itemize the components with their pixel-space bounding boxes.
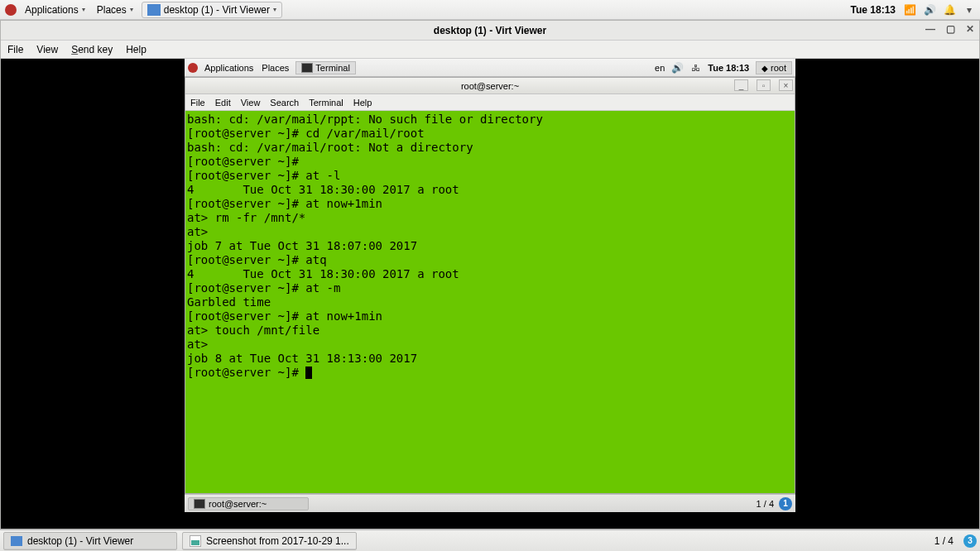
inner-top-panel: Applications Places Terminal en 🔊 🖧 Tue … xyxy=(185,59,795,77)
viewer-display-area[interactable]: Applications Places Terminal en 🔊 🖧 Tue … xyxy=(1,59,979,529)
places-menu[interactable]: Places ▾ xyxy=(94,2,137,17)
window-icon xyxy=(11,536,22,546)
image-icon xyxy=(190,535,201,547)
applications-menu[interactable]: Applications xyxy=(203,63,255,73)
terminal-menu[interactable]: Terminal xyxy=(309,98,343,108)
clock[interactable]: Tue 18:13 xyxy=(851,4,896,16)
window-titlebar[interactable]: desktop (1) - Virt Viewer — ▢ ✕ xyxy=(1,21,979,41)
keyboard-layout[interactable]: en xyxy=(655,63,665,73)
terminal-task[interactable]: Terminal xyxy=(295,61,356,74)
network-icon[interactable]: 📶 xyxy=(904,4,915,16)
terminal-titlebar[interactable]: root@server:~ _ ▫ × xyxy=(185,78,795,94)
terminal-output[interactable]: bash: cd: /var/mail/rppt: No such file o… xyxy=(185,111,795,493)
chevron-down-icon: ▾ xyxy=(273,6,276,13)
guest-screen: Applications Places Terminal en 🔊 🖧 Tue … xyxy=(185,59,795,512)
file-menu[interactable]: File xyxy=(7,44,23,55)
activities-icon[interactable] xyxy=(188,63,198,73)
terminal-menubar: File Edit View Search Terminal Help xyxy=(185,94,795,111)
maximize-button[interactable]: ▫ xyxy=(757,79,771,91)
applications-label: Applications xyxy=(25,4,79,16)
network-icon[interactable]: 🖧 xyxy=(689,62,701,74)
minimize-button[interactable]: _ xyxy=(734,79,748,91)
minimize-button[interactable]: — xyxy=(925,23,936,35)
clock[interactable]: Tue 18:13 xyxy=(708,63,749,73)
taskbar-item[interactable]: root@server:~ xyxy=(188,497,309,510)
workspace-indicator[interactable]: 1 / 4 xyxy=(934,535,954,547)
taskbar-item-screenshot[interactable]: Screenshot from 2017-10-29 1... xyxy=(182,532,357,550)
close-button[interactable]: ✕ xyxy=(964,23,976,35)
help-menu[interactable]: Help xyxy=(126,44,147,55)
edit-menu[interactable]: Edit xyxy=(215,98,231,108)
workspace-indicator[interactable]: 1 / 4 xyxy=(757,499,774,509)
taskbar-item-label: root@server:~ xyxy=(209,499,267,509)
window-title: desktop (1) - Virt Viewer xyxy=(434,25,546,36)
terminal-icon xyxy=(194,499,205,509)
close-button[interactable]: × xyxy=(779,79,793,91)
activities-icon[interactable] xyxy=(5,4,17,16)
view-menu[interactable]: View xyxy=(241,98,261,108)
virt-viewer-window: desktop (1) - Virt Viewer — ▢ ✕ File Vie… xyxy=(0,20,980,529)
view-menu[interactable]: View xyxy=(36,44,58,55)
file-menu[interactable]: File xyxy=(190,98,205,108)
system-menu[interactable]: ▾ xyxy=(963,4,975,16)
outer-top-panel: Applications ▾ Places ▾ desktop (1) - Vi… xyxy=(0,0,980,20)
inner-bottom-panel: root@server:~ 1 / 4 1 xyxy=(185,494,795,512)
places-menu[interactable]: Places xyxy=(260,63,291,73)
terminal-window: root@server:~ _ ▫ × File Edit View Searc… xyxy=(185,77,795,494)
taskbar-item-label: Screenshot from 2017-10-29 1... xyxy=(206,535,349,547)
maximize-button[interactable]: ▢ xyxy=(944,23,956,35)
places-label: Places xyxy=(97,4,127,16)
volume-icon[interactable]: 🔊 xyxy=(671,62,683,74)
applications-menu[interactable]: Applications ▾ xyxy=(22,2,89,17)
window-switcher-item[interactable]: desktop (1) - Virt Viewer ▾ xyxy=(142,2,282,18)
chevron-down-icon: ▾ xyxy=(82,6,85,13)
help-menu[interactable]: Help xyxy=(353,98,372,108)
terminal-icon xyxy=(301,63,313,73)
window-icon xyxy=(147,4,161,16)
user-label: root xyxy=(771,63,786,73)
sendkey-menu[interactable]: Send key xyxy=(71,44,113,55)
notification-badge[interactable]: 3 xyxy=(963,534,977,548)
notification-badge[interactable]: 1 xyxy=(779,497,792,510)
taskbar-item-label: desktop (1) - Virt Viewer xyxy=(27,535,133,547)
terminal-task-label: Terminal xyxy=(315,63,350,73)
volume-icon[interactable]: 🔊 xyxy=(924,4,935,16)
outer-bottom-panel: desktop (1) - Virt Viewer Screenshot fro… xyxy=(0,529,980,551)
search-menu[interactable]: Search xyxy=(270,98,299,108)
chevron-down-icon: ▾ xyxy=(130,6,133,13)
viewer-menubar: File View Send key Help xyxy=(1,41,979,59)
user-menu[interactable]: ◆ root xyxy=(756,61,792,74)
notification-icon[interactable]: 🔔 xyxy=(944,4,955,16)
taskbar-item-viewer[interactable]: desktop (1) - Virt Viewer xyxy=(3,532,177,550)
window-task-label: desktop (1) - Virt Viewer xyxy=(164,4,270,16)
terminal-title: root@server:~ xyxy=(461,81,519,91)
